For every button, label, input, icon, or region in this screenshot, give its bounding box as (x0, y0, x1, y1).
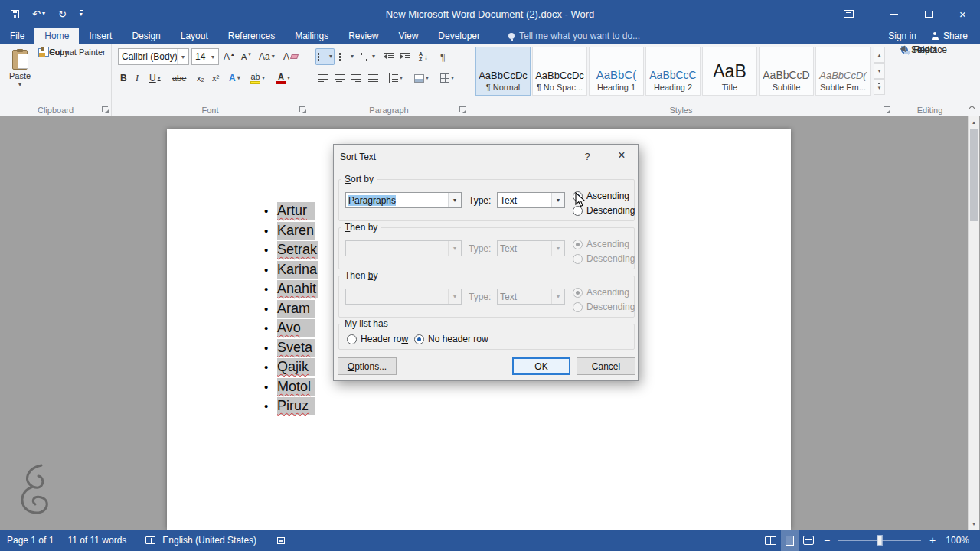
sign-in-link[interactable]: Sign in (888, 31, 916, 41)
zoom-slider[interactable] (838, 540, 921, 541)
share-button[interactable]: Share (932, 31, 968, 41)
list-item-text[interactable]: Anahit (277, 280, 318, 298)
tab-review[interactable]: Review (338, 28, 388, 44)
tell-me-box[interactable]: Tell me what you want to do... (508, 28, 640, 44)
list-item-text[interactable]: Piruz (277, 397, 315, 415)
zoom-percentage[interactable]: 100% (941, 535, 980, 546)
ok-button[interactable]: OK (512, 357, 570, 375)
list-item-text[interactable]: Avo (277, 319, 315, 337)
options-button[interactable]: Options... (338, 357, 397, 375)
text-highlight-color-button[interactable]: ab ▾ (248, 70, 267, 86)
web-layout-button[interactable] (799, 530, 818, 551)
sort-button[interactable]: AZ ↓ (416, 48, 430, 65)
dialog-close-button[interactable]: × (609, 146, 635, 165)
italic-button[interactable]: I (133, 70, 141, 86)
clear-formatting-button[interactable]: A (281, 48, 300, 65)
clipboard-dialog-launcher[interactable] (102, 106, 108, 112)
tab-references[interactable]: References (218, 28, 285, 44)
text-effects-button[interactable]: A▾ (227, 70, 243, 86)
zoom-out-button[interactable]: − (818, 534, 835, 546)
customize-quick-access-button[interactable]: ▾ (80, 10, 83, 18)
word-count[interactable]: 11 of 11 words (60, 535, 133, 546)
list-item[interactable]: •Qajik (264, 357, 318, 377)
increase-indent-button[interactable] (398, 48, 413, 65)
list-item-text[interactable]: Qajik (277, 358, 315, 376)
align-right-button[interactable] (349, 70, 364, 86)
list-item[interactable]: •Aram (264, 299, 318, 319)
line-spacing-button[interactable]: ▾ (386, 70, 405, 86)
redo-button[interactable]: ↻ (58, 8, 67, 20)
font-family-combobox[interactable]: Calibri (Body) ▾ (118, 48, 189, 65)
list-item[interactable]: •Karen (264, 221, 318, 241)
paragraph-dialog-launcher[interactable] (459, 106, 466, 112)
zoom-slider-thumb[interactable] (877, 535, 883, 546)
no-header-row-radio[interactable]: No header row (414, 334, 488, 344)
proofing-errors-icon[interactable] (145, 536, 155, 544)
shrink-font-button[interactable]: A▾ (239, 48, 253, 65)
tab-insert[interactable]: Insert (79, 28, 122, 44)
list-item-text[interactable]: Setrak (277, 241, 318, 259)
font-dialog-launcher[interactable] (299, 106, 305, 112)
shading-button[interactable]: ▾ (412, 70, 431, 86)
style-heading-1[interactable]: AaBbC( Heading 1 (589, 47, 644, 96)
list-item[interactable]: •Piruz (264, 396, 318, 416)
style-subtle-emphasis[interactable]: AaBbCcD( Subtle Em... (815, 47, 871, 96)
font-size-combobox[interactable]: 14 ▾ (191, 48, 219, 65)
tab-layout[interactable]: Layout (171, 28, 218, 44)
show-paragraph-marks-button[interactable]: ¶ (438, 48, 448, 65)
dialog-help-button[interactable]: ? (581, 151, 593, 162)
styles-scroll-up-button[interactable]: ▴ (874, 47, 885, 63)
sort-by-field-combobox[interactable]: Paragraphs ▾ (345, 192, 462, 208)
list-item-text[interactable]: Karen (277, 222, 315, 240)
cancel-button[interactable]: Cancel (577, 357, 635, 375)
style-title[interactable]: AaB Title (702, 47, 757, 96)
style-normal[interactable]: AaBbCcDc ¶ Normal (475, 47, 531, 96)
header-row-radio[interactable]: Header row (347, 334, 408, 344)
list-item[interactable]: •Artur (264, 201, 318, 221)
tab-developer[interactable]: Developer (428, 28, 490, 44)
tab-file[interactable]: File (0, 28, 34, 44)
bold-button[interactable]: B (118, 70, 129, 86)
format-painter-button[interactable]: Format Painter (38, 44, 106, 60)
styles-scroll-down-button[interactable]: ▾ (874, 63, 885, 79)
change-case-button[interactable]: Aa▾ (256, 48, 277, 65)
page-count[interactable]: Page 1 of 1 (0, 535, 60, 546)
align-left-button[interactable] (315, 70, 330, 86)
sort-by-type-combobox[interactable]: Text ▾ (497, 192, 565, 208)
decrease-indent-button[interactable] (381, 48, 396, 65)
scroll-down-icon[interactable]: ▾ (969, 518, 979, 530)
list-item[interactable]: •Karina (264, 260, 318, 280)
justify-button[interactable] (366, 70, 381, 86)
list-item-text[interactable]: Motol (277, 378, 315, 396)
borders-button[interactable]: ▾ (438, 70, 456, 86)
tab-home[interactable]: Home (34, 28, 79, 44)
zoom-in-button[interactable]: + (924, 534, 941, 546)
font-color-button[interactable]: A ▾ (274, 70, 292, 86)
list-item-text[interactable]: Artur (277, 202, 315, 220)
ribbon-display-options-button[interactable] (831, 0, 866, 28)
grow-font-button[interactable]: A▴ (221, 48, 237, 65)
select-button[interactable]: Select ▾ (901, 44, 943, 55)
paste-button[interactable]: Paste ▾ (5, 47, 35, 106)
style-heading-2[interactable]: AaBbCcC Heading 2 (645, 47, 701, 96)
ascending-radio-1[interactable]: Ascending (573, 191, 629, 201)
scrollbar-thumb[interactable] (970, 129, 978, 221)
bullets-button[interactable]: ▾ (315, 48, 335, 65)
align-center-button[interactable] (332, 70, 347, 86)
vertical-scrollbar[interactable]: ▴ ▾ (968, 116, 979, 530)
list-item[interactable]: •Motol (264, 377, 318, 397)
tab-view[interactable]: View (389, 28, 429, 44)
superscript-button[interactable]: x² (210, 70, 221, 86)
macro-recording-icon[interactable] (277, 537, 285, 544)
style-no-spacing[interactable]: AaBbCcDc ¶ No Spac... (532, 47, 587, 96)
strikethrough-button[interactable]: abe (170, 70, 188, 86)
styles-more-button[interactable]: ▾ (874, 79, 885, 95)
close-button[interactable]: × (946, 0, 980, 28)
list-item[interactable]: •Anahit (264, 279, 318, 299)
subscript-button[interactable]: x₂ (194, 70, 207, 86)
scroll-up-icon[interactable]: ▴ (969, 116, 979, 128)
language-indicator[interactable]: English (United States) (155, 535, 263, 546)
read-mode-button[interactable] (760, 530, 781, 551)
collapse-ribbon-icon[interactable] (969, 106, 976, 113)
list-item[interactable]: •Setrak (264, 240, 318, 260)
